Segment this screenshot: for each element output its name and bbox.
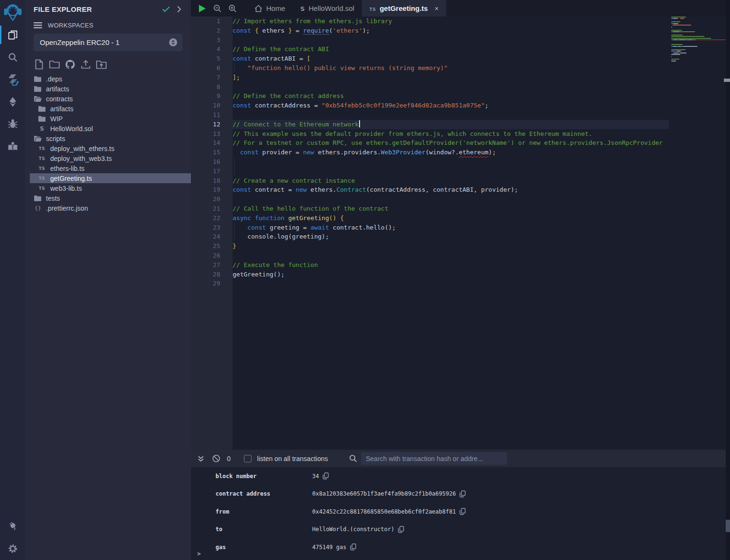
tree-item-artifacts[interactable]: artifacts — [25, 84, 191, 94]
sidebar-item-debugger[interactable] — [0, 113, 25, 135]
tree-item-artifacts[interactable]: artifacts — [25, 104, 191, 114]
tree-item-deploy_with_ethers.ts[interactable]: TSdeploy_with_ethers.ts — [25, 143, 191, 153]
code-line-22: async function getGreeting() { — [233, 213, 669, 223]
transaction-field-value: 0x42452c22c88178685850e68beb6cf0f2aeab8f… — [312, 508, 456, 515]
tree-item-deploy_with_web3.ts[interactable]: TSdeploy_with_web3.ts — [25, 153, 191, 163]
chevron-right-icon[interactable] — [174, 5, 184, 13]
tab-HelloWorld.sol[interactable]: SHelloWorld.sol — [293, 0, 362, 17]
plug-icon — [7, 520, 18, 531]
copy-icon[interactable] — [460, 490, 466, 498]
ts-tab-icon: TS — [370, 4, 376, 12]
typescript-file-icon: TS — [38, 166, 46, 171]
transaction-field-label: gas — [216, 544, 312, 551]
upload-folder-icon[interactable] — [96, 59, 107, 70]
tree-item-label: getGreeting.ts — [50, 175, 92, 182]
transaction-field-value: 475149 gas — [312, 544, 346, 551]
hamburger-menu-icon[interactable] — [34, 22, 42, 28]
tree-item-scripts[interactable]: scripts — [25, 133, 191, 143]
terminal-panel: 0 listen on all transactions block numbe… — [191, 450, 730, 560]
sidebar-item-learneth[interactable] — [0, 135, 25, 157]
copy-icon[interactable] — [460, 508, 466, 515]
new-file-icon[interactable] — [34, 59, 44, 70]
tree-item-WIP[interactable]: WIP — [25, 114, 191, 124]
code-line-13: // This example uses the default provide… — [233, 129, 669, 139]
close-icon[interactable]: × — [434, 4, 439, 12]
code-line-12: // Connect to the Ethereum network — [233, 120, 669, 129]
tree-item-HelloWorld.sol[interactable]: SHelloWorld.sol — [25, 124, 191, 133]
code-line-24: console.log(greeting); — [233, 232, 669, 241]
copy-icon[interactable] — [398, 526, 404, 533]
tree-item-web3-lib.ts[interactable]: TSweb3-lib.ts — [25, 183, 191, 193]
tree-item-contracts[interactable]: contracts — [25, 94, 191, 104]
sidebar-item-plugin-manager[interactable] — [0, 514, 25, 537]
code-line-28: getGreeting(); — [233, 270, 669, 279]
terminal-search-input[interactable] — [361, 452, 507, 465]
collapse-terminal-icon[interactable] — [197, 455, 205, 462]
terminal-scrollbar-thumb[interactable] — [726, 520, 730, 532]
transaction-field-value: 0x8a120383e6057b1f3aef4fa9b89c2f1b0a6959… — [312, 490, 456, 497]
copy-icon[interactable] — [323, 472, 329, 480]
tab-label: HelloWorld.sol — [308, 4, 354, 12]
run-script-button[interactable] — [195, 0, 210, 17]
zoom-out-icon[interactable] — [210, 0, 225, 17]
code-line-1: // Import ethers from the ethers.js libr… — [233, 17, 669, 26]
terminal-toolbar: 0 listen on all transactions — [191, 450, 730, 467]
sidebar-item-settings[interactable] — [0, 537, 25, 560]
tree-item-ethers-lib.ts[interactable]: TSethers-lib.ts — [25, 163, 191, 173]
ethereum-icon — [7, 96, 18, 107]
transaction-field-value: HelloWorld.(constructor) — [312, 526, 394, 533]
tree-item-label: tests — [46, 195, 60, 202]
transaction-field-value: 34 — [312, 473, 319, 480]
code-editor[interactable]: 1234567891011121314151617181920212223242… — [191, 17, 730, 450]
upload-file-icon[interactable] — [81, 59, 91, 70]
listen-transactions-checkbox[interactable] — [244, 455, 252, 462]
sidebar-item-file-explorer[interactable] — [0, 24, 25, 46]
code-line-2: const { ethers } = require('ethers'); — [233, 26, 669, 36]
clear-console-icon[interactable] — [212, 454, 220, 462]
transaction-row-contract-address: contract address0x8a120383e6057b1f3aef4f… — [191, 485, 730, 503]
code-line-20 — [233, 195, 669, 204]
sidebar-item-search[interactable] — [0, 46, 25, 68]
workspace-select[interactable]: OpenZeppelin ERC20 - 1 — [34, 34, 182, 51]
gear-icon — [7, 543, 18, 554]
sidebar-item-solidity-compiler[interactable] — [0, 68, 25, 90]
tab-getGreeting.ts[interactable]: TSgetGreeting.ts× — [362, 0, 446, 17]
tree-item-.deps[interactable]: .deps — [25, 74, 191, 84]
tree-item-label: contracts — [46, 95, 73, 103]
file-explorer-icon — [7, 29, 18, 41]
remix-ide-window: FILE EXPLORER WORKSPACES OpenZeppelin E — [0, 0, 730, 560]
code-line-6: "function hello() public view returns (s… — [233, 63, 669, 73]
tree-item-label: WIP — [50, 115, 63, 123]
transaction-row-to: toHelloWorld.(constructor) — [191, 521, 730, 539]
code-line-3 — [233, 36, 669, 45]
editor-minimap[interactable] — [671, 17, 726, 83]
tree-item-label: deploy_with_web3.ts — [50, 155, 112, 162]
transaction-row-block-number: block number34 — [191, 467, 730, 485]
code-line-27: // Execute the function — [233, 260, 669, 270]
code-line-14: // For a testnet or custom RPC, use ethe… — [233, 138, 669, 148]
tree-item-.prettierrc.json[interactable]: { }.prettierrc.json — [25, 203, 191, 213]
listen-transactions-label: listen on all transactions — [257, 455, 328, 462]
github-icon[interactable] — [65, 59, 75, 70]
code-line-17 — [233, 167, 669, 176]
tree-item-getGreeting.ts[interactable]: TSgetGreeting.ts — [30, 173, 191, 183]
new-folder-icon[interactable] — [49, 59, 60, 70]
code-line-15: const provider = new ethers.providers.We… — [233, 148, 669, 157]
typescript-file-icon: TS — [38, 176, 46, 181]
tree-item-tests[interactable]: tests — [25, 193, 191, 203]
folder-icon — [34, 76, 42, 82]
copy-icon[interactable] — [350, 543, 356, 551]
page-scrollbar[interactable] — [726, 0, 730, 560]
folder-icon — [34, 86, 42, 92]
sidebar-item-deploy-and-run[interactable] — [0, 90, 25, 113]
editor-scrollbar-thumb[interactable] — [724, 79, 730, 82]
folder-open-icon — [34, 136, 42, 142]
zoom-in-icon[interactable] — [225, 0, 240, 17]
solidity-file-icon: S — [38, 125, 46, 132]
code-line-18: // Create a new contract instance — [233, 176, 669, 186]
solidity-compiler-icon — [7, 73, 19, 86]
check-icon[interactable] — [161, 5, 171, 13]
tree-item-label: .deps — [46, 75, 62, 83]
tab-Home[interactable]: Home — [247, 0, 293, 17]
remix-logo-icon[interactable] — [2, 2, 23, 24]
